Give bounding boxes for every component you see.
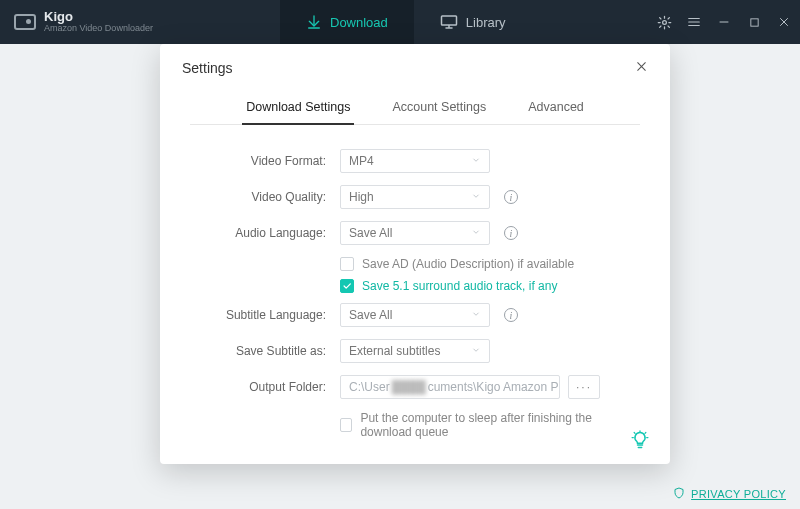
checkbox-row-sleep-after[interactable]: Put the computer to sleep after finishin… [340, 411, 640, 439]
chevron-down-icon [471, 308, 481, 322]
shield-icon [673, 487, 685, 501]
checkbox-sleep-after[interactable] [340, 418, 352, 432]
label-video-quality: Video Quality: [190, 190, 340, 204]
select-subtitle-language-value: Save All [349, 308, 392, 322]
settings-gear-icon[interactable] [656, 14, 672, 30]
privacy-policy-link[interactable]: PRIVACY POLICY [673, 487, 786, 501]
select-audio-language-value: Save All [349, 226, 392, 240]
nav-library-label: Library [466, 15, 506, 30]
download-icon [306, 14, 322, 30]
select-video-format[interactable]: MP4 [340, 149, 490, 173]
minimize-button[interactable] [716, 14, 732, 30]
app-title: Kigo [44, 10, 153, 24]
privacy-policy-label: PRIVACY POLICY [691, 488, 786, 500]
info-video-quality-icon[interactable]: i [504, 190, 518, 204]
checkbox-save-ad-label: Save AD (Audio Description) if available [362, 257, 574, 271]
label-save-subtitle-as: Save Subtitle as: [190, 344, 340, 358]
library-icon [440, 14, 458, 30]
label-output-folder: Output Folder: [190, 380, 340, 394]
menu-icon[interactable] [686, 14, 702, 30]
output-folder-suffix: cuments\Kigo Amazon Prim [428, 380, 560, 394]
info-subtitle-language-icon[interactable]: i [504, 308, 518, 322]
nav-download[interactable]: Download [280, 0, 414, 44]
label-subtitle-language: Subtitle Language: [190, 308, 340, 322]
tab-advanced[interactable]: Advanced [526, 94, 586, 124]
label-video-format: Video Format: [190, 154, 340, 168]
close-window-button[interactable] [776, 14, 792, 30]
svg-rect-0 [441, 16, 456, 25]
download-settings-form: Video Format: MP4 Video Quality: High i … [182, 125, 648, 439]
brand-block: Kigo Amazon Video Downloader [0, 10, 280, 34]
tips-lightbulb-button[interactable] [630, 430, 652, 452]
select-audio-language[interactable]: Save All [340, 221, 490, 245]
tab-download-settings[interactable]: Download Settings [244, 94, 352, 124]
info-audio-language-icon[interactable]: i [504, 226, 518, 240]
dialog-title: Settings [182, 60, 233, 76]
nav-library[interactable]: Library [414, 0, 532, 44]
checkbox-row-save-ad[interactable]: Save AD (Audio Description) if available [340, 257, 640, 271]
titlebar: Kigo Amazon Video Downloader Download [0, 0, 800, 44]
svg-point-1 [662, 20, 666, 24]
select-save-subtitle-as[interactable]: External subtitles [340, 339, 490, 363]
input-output-folder[interactable]: C:\User████cuments\Kigo Amazon Prim [340, 375, 560, 399]
select-save-subtitle-as-value: External subtitles [349, 344, 440, 358]
chevron-down-icon [471, 226, 481, 240]
label-audio-language: Audio Language: [190, 226, 340, 240]
settings-tabs: Download Settings Account Settings Advan… [190, 94, 640, 125]
window-controls [656, 0, 792, 44]
svg-rect-2 [750, 18, 757, 25]
select-video-quality[interactable]: High [340, 185, 490, 209]
browse-output-folder-button[interactable]: ··· [568, 375, 600, 399]
dialog-close-button[interactable] [635, 60, 648, 76]
select-subtitle-language[interactable]: Save All [340, 303, 490, 327]
select-video-quality-value: High [349, 190, 374, 204]
output-folder-redacted: ████ [392, 380, 426, 394]
chevron-down-icon [471, 344, 481, 358]
checkbox-save-surround-label: Save 5.1 surround audio track, if any [362, 279, 557, 293]
checkbox-sleep-after-label: Put the computer to sleep after finishin… [360, 411, 640, 439]
maximize-button[interactable] [746, 14, 762, 30]
checkbox-save-ad[interactable] [340, 257, 354, 271]
main-nav: Download Library [280, 0, 532, 44]
checkbox-row-save-surround[interactable]: Save 5.1 surround audio track, if any [340, 279, 640, 293]
app-logo-icon [14, 14, 36, 30]
nav-download-label: Download [330, 15, 388, 30]
app-subtitle: Amazon Video Downloader [44, 24, 153, 34]
tab-account-settings[interactable]: Account Settings [390, 94, 488, 124]
select-video-format-value: MP4 [349, 154, 374, 168]
settings-dialog: Settings Download Settings Account Setti… [160, 44, 670, 464]
output-folder-prefix: C:\User [349, 380, 390, 394]
chevron-down-icon [471, 154, 481, 168]
chevron-down-icon [471, 190, 481, 204]
checkbox-save-surround[interactable] [340, 279, 354, 293]
